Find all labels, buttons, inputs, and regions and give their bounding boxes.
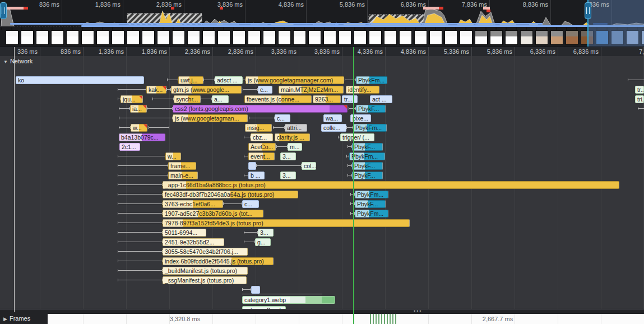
network-request-bar[interactable]: 3763-ecbc1ef0a6... bbox=[163, 200, 223, 208]
network-request-bar[interactable]: ko bbox=[16, 76, 144, 84]
network-request-bar[interactable]: tr... bbox=[342, 95, 358, 103]
network-request-bar[interactable]: colle... bbox=[321, 124, 346, 132]
network-request-bar[interactable]: category1.webp bbox=[242, 296, 335, 304]
network-request-bar[interactable]: fbevents.js (conne... bbox=[244, 95, 312, 103]
filmstrip-frame[interactable] bbox=[535, 30, 548, 45]
network-request-bar[interactable]: c... bbox=[275, 114, 290, 122]
filmstrip-frame[interactable] bbox=[36, 30, 49, 45]
filmstrip-frame[interactable] bbox=[112, 30, 124, 45]
filmstrip-frame[interactable] bbox=[475, 30, 488, 45]
network-request-bar[interactable]: jqu... bbox=[121, 95, 143, 103]
network-request-bar[interactable]: 3... bbox=[258, 229, 274, 237]
filmstrip-frame[interactable] bbox=[142, 30, 155, 45]
filmstrip-frame[interactable] bbox=[550, 30, 563, 45]
network-request-bar[interactable]: js (www.googletagman... bbox=[173, 114, 248, 122]
filmstrip-frame[interactable] bbox=[217, 30, 230, 45]
network-request-bar[interactable]: PbykFm... bbox=[355, 210, 388, 217]
network-request-bar[interactable]: 3055-58c5470e34b2f706.j... bbox=[163, 248, 248, 256]
network-request-bar[interactable]: PbykF... bbox=[356, 105, 386, 113]
filmstrip-frame[interactable] bbox=[187, 30, 200, 45]
network-request-bar[interactable]: insig... bbox=[245, 124, 272, 132]
filmstrip-frame[interactable] bbox=[21, 30, 34, 45]
network-request-bar[interactable]: 7978-897f3a152fd54de3.js (totus.pro) bbox=[163, 219, 410, 227]
network-request-bar[interactable]: cbz... bbox=[251, 133, 273, 141]
window-handle-left[interactable] bbox=[0, 2, 7, 19]
timeline-overview[interactable]: 836 ms1,836 ms2,836 ms3,836 ms4,836 ms5,… bbox=[0, 0, 644, 48]
filmstrip-frame[interactable] bbox=[323, 30, 336, 45]
network-request-bar[interactable]: css2 (fonts.googleapis.com) bbox=[173, 105, 348, 113]
filmstrip-frame[interactable] bbox=[278, 30, 291, 45]
frames-track-header[interactable]: ▶Frames bbox=[3, 315, 30, 322]
filmstrip-frame[interactable] bbox=[384, 30, 397, 45]
filmstrip-frame[interactable] bbox=[444, 30, 457, 45]
network-request-bar[interactable]: wa... bbox=[323, 114, 342, 122]
filmstrip-frame[interactable] bbox=[263, 30, 276, 45]
filmstrip-frame[interactable] bbox=[339, 30, 351, 45]
network-request-bar[interactable]: PbykF... bbox=[352, 143, 383, 151]
filmstrip-frame[interactable] bbox=[248, 30, 261, 45]
network-request-bar[interactable]: identify... bbox=[346, 86, 379, 94]
network-request-bar[interactable]: PbykF... bbox=[352, 162, 383, 170]
network-request-bar[interactable]: _app-1c66d1ba9a888bcc.js (totus.pro) bbox=[163, 181, 619, 189]
network-request-bar[interactable]: js (www.googletagmanager.com) bbox=[245, 76, 344, 84]
filmstrip-frame[interactable] bbox=[460, 30, 472, 45]
network-request-bar[interactable]: event... bbox=[248, 152, 275, 160]
network-request-bar[interactable]: ia... bbox=[130, 105, 147, 113]
network-request-bar[interactable]: _buildManifest.js (totus.pro) bbox=[163, 267, 248, 275]
filmstrip-frame[interactable] bbox=[202, 30, 215, 45]
frames-duration-bar[interactable]: 3,320.8 ms2,667.7 ms bbox=[48, 314, 644, 324]
network-request-bar[interactable]: col... bbox=[302, 162, 316, 170]
filmstrip-frame[interactable] bbox=[429, 30, 442, 45]
network-request-bar[interactable]: PbykFm... bbox=[349, 152, 385, 160]
network-request-bar[interactable]: clarity.js ... bbox=[275, 133, 310, 141]
filmstrip-frame[interactable] bbox=[233, 30, 245, 45]
network-track-header[interactable]: ▼Network bbox=[3, 58, 33, 64]
network-request-bar[interactable]: a... bbox=[212, 95, 229, 103]
network-request-bar[interactable]: act ... bbox=[370, 95, 392, 103]
network-request-bar[interactable]: frame... bbox=[168, 162, 196, 170]
filmstrip-frame[interactable] bbox=[369, 30, 382, 45]
network-request-bar[interactable]: uwt.j... bbox=[178, 76, 203, 84]
expand-triangle-icon[interactable]: ▶ bbox=[3, 316, 7, 322]
network-request-bar[interactable] bbox=[251, 286, 260, 294]
filmstrip-frame[interactable] bbox=[308, 30, 321, 45]
network-request-bar[interactable]: AceCo... bbox=[248, 143, 276, 151]
filmstrip-frame[interactable] bbox=[354, 30, 367, 45]
network-request-bar[interactable]: 2451-9e32b55d2... bbox=[163, 238, 224, 246]
network-request-bar[interactable]: trigger/ (... bbox=[340, 133, 374, 141]
filmstrip-frame[interactable] bbox=[6, 30, 18, 45]
network-request-bar[interactable]: tr... bbox=[635, 86, 644, 94]
network-request-bar[interactable]: PbykF... bbox=[355, 200, 386, 208]
network-request-bar[interactable]: gtm.js (www.google... bbox=[171, 86, 242, 94]
collapse-triangle-icon[interactable]: ▼ bbox=[3, 59, 8, 64]
network-request-bar[interactable]: 9263... bbox=[313, 95, 341, 103]
network-request-bar[interactable]: 1907-ad5c27c3b3b7d60b.js (tot... bbox=[163, 210, 263, 217]
network-request-bar[interactable]: fec483df-db3f7b2046a0a64a.js (totus.pro) bbox=[163, 191, 298, 198]
filmstrip-frame[interactable] bbox=[505, 30, 518, 45]
network-request-bar[interactable]: 5011-6994... bbox=[163, 229, 206, 237]
network-request-bar[interactable]: g... bbox=[255, 238, 271, 246]
network-request-bar[interactable]: tri... bbox=[635, 95, 644, 103]
network-request-bar[interactable]: w... bbox=[131, 124, 147, 132]
network-request-bar[interactable]: PbykFm... bbox=[353, 124, 387, 132]
network-request-bar[interactable]: PbykF... bbox=[352, 172, 383, 179]
filmstrip-frame[interactable] bbox=[414, 30, 427, 45]
filmstrip-frame[interactable] bbox=[490, 30, 503, 45]
filmstrip-frame[interactable] bbox=[66, 30, 79, 45]
network-request-bar[interactable]: main-e... bbox=[168, 172, 198, 179]
window-handle-right[interactable] bbox=[585, 2, 591, 19]
network-request-bar[interactable]: main.MTZjMzEzMm... bbox=[279, 86, 344, 94]
filmstrip-frame[interactable] bbox=[293, 30, 306, 45]
filmstrip-frame[interactable] bbox=[127, 30, 140, 45]
playhead-cursor-line[interactable] bbox=[353, 47, 354, 324]
network-request-bar[interactable]: 3... bbox=[280, 152, 296, 160]
network-request-bar[interactable]: 2c1... bbox=[119, 143, 140, 151]
network-request-bar[interactable]: b ... bbox=[248, 172, 265, 179]
network-request-bar[interactable]: index-6b09fcdd8e2f5445.js (totus.pro) bbox=[163, 257, 274, 265]
filmstrip-frame[interactable] bbox=[566, 30, 578, 45]
network-request-bar[interactable]: kak... bbox=[146, 86, 166, 94]
filmstrip-frame[interactable] bbox=[520, 30, 533, 45]
filmstrip-frame[interactable] bbox=[172, 30, 185, 45]
network-request-bar[interactable]: w... bbox=[165, 152, 181, 160]
filmstrip-frame[interactable] bbox=[96, 30, 109, 45]
